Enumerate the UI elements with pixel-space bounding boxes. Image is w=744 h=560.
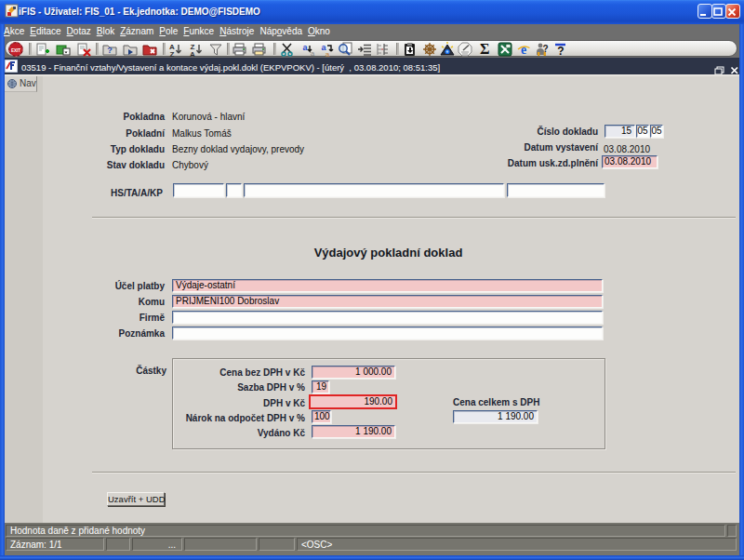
svg-text:A: A (190, 50, 195, 58)
svg-text:?: ? (107, 46, 113, 55)
svg-text:Z: Z (170, 50, 175, 58)
svg-text:?: ? (557, 45, 564, 57)
svg-text:a: a (326, 50, 330, 58)
svg-text:EXIT: EXIT (11, 48, 20, 53)
svg-text:e: e (521, 43, 526, 57)
svg-text:a: a (302, 43, 308, 52)
svg-text:a: a (311, 49, 315, 57)
